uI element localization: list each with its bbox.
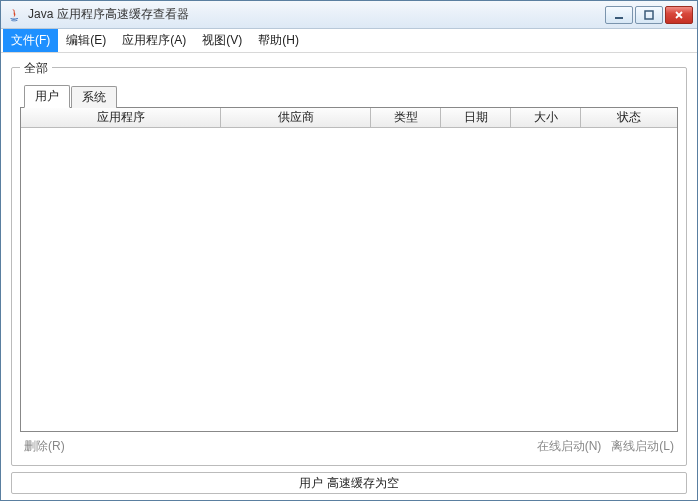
statusbar: 用户 高速缓存为空: [11, 472, 687, 494]
menubar: 文件(F) 编辑(E) 应用程序(A) 视图(V) 帮助(H): [1, 29, 697, 53]
menu-application[interactable]: 应用程序(A): [114, 29, 194, 52]
menu-file[interactable]: 文件(F): [3, 29, 58, 52]
window-controls: [605, 6, 693, 24]
status-message: 用户 高速缓存为空: [299, 475, 398, 492]
offline-launch-action[interactable]: 离线启动(L): [611, 438, 674, 455]
col-state[interactable]: 状态: [581, 108, 677, 127]
cache-table: 应用程序 供应商 类型 日期 大小 状态: [20, 107, 678, 432]
online-launch-action[interactable]: 在线启动(N): [537, 438, 602, 455]
col-application[interactable]: 应用程序: [21, 108, 221, 127]
close-button[interactable]: [665, 6, 693, 24]
table-body-empty: [21, 128, 677, 431]
maximize-button[interactable]: [635, 6, 663, 24]
svg-rect-1: [645, 11, 653, 19]
group-label-all: 全部: [20, 60, 52, 77]
menu-edit[interactable]: 编辑(E): [58, 29, 114, 52]
window-title: Java 应用程序高速缓存查看器: [28, 6, 605, 23]
table-header-row: 应用程序 供应商 类型 日期 大小 状态: [21, 108, 677, 128]
java-icon: [7, 7, 23, 23]
groupbox-all: 全部 用户 系统 应用程序 供应商 类型 日期 大小 状态 删除(R): [11, 67, 687, 466]
menu-help[interactable]: 帮助(H): [250, 29, 307, 52]
col-size[interactable]: 大小: [511, 108, 581, 127]
content-area: 全部 用户 系统 应用程序 供应商 类型 日期 大小 状态 删除(R): [1, 53, 697, 500]
action-row: 删除(R) 在线启动(N) 离线启动(L): [20, 432, 678, 457]
tab-system[interactable]: 系统: [71, 86, 117, 108]
tab-user[interactable]: 用户: [24, 85, 70, 108]
menu-view[interactable]: 视图(V): [194, 29, 250, 52]
window-frame: Java 应用程序高速缓存查看器 文件(F) 编辑(E) 应用程序(A) 视图(…: [0, 0, 698, 501]
tab-strip: 用户 系统: [20, 84, 678, 107]
delete-action[interactable]: 删除(R): [24, 438, 65, 455]
col-date[interactable]: 日期: [441, 108, 511, 127]
col-vendor[interactable]: 供应商: [221, 108, 371, 127]
titlebar[interactable]: Java 应用程序高速缓存查看器: [1, 1, 697, 29]
svg-rect-0: [615, 17, 623, 19]
minimize-button[interactable]: [605, 6, 633, 24]
col-type[interactable]: 类型: [371, 108, 441, 127]
